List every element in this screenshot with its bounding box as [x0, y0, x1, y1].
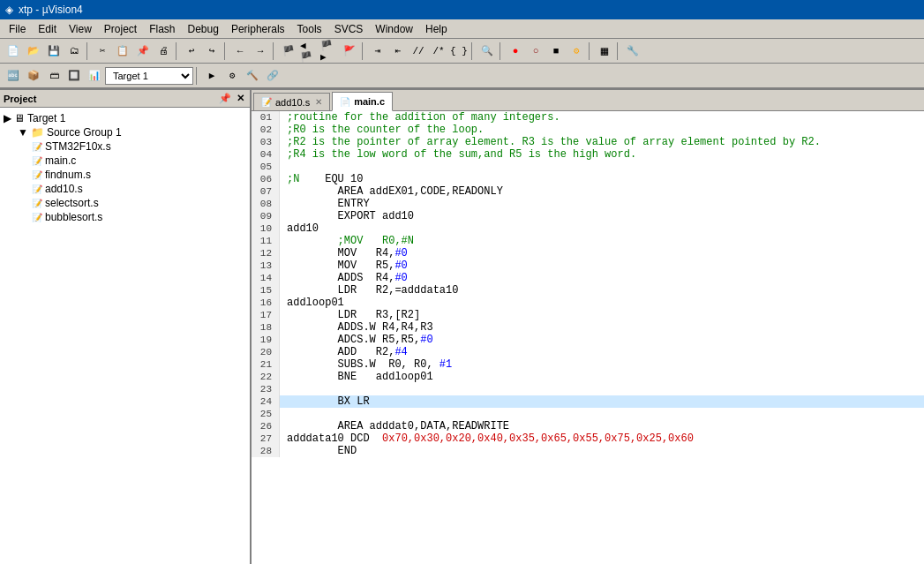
sep4 [273, 42, 276, 60]
run-button[interactable]: ○ [526, 41, 545, 61]
tree-item-bubblesort[interactable]: 📝 bubblesort.s [4, 210, 246, 224]
nav-back-button[interactable]: ← [230, 41, 250, 61]
target-select[interactable]: Target 1 [105, 67, 193, 85]
file-icon-add10: 📝 [32, 184, 42, 194]
tree-item-add10[interactable]: 📝 add10.s [4, 182, 246, 196]
code-line-04: 04 ;R4 is the low word of the sum,and R5… [252, 148, 924, 161]
tab-add10-close[interactable]: ✕ [315, 97, 322, 107]
nav-fwd-button[interactable]: → [251, 41, 270, 61]
toolbar2-run-btn[interactable]: ▶ [202, 66, 222, 86]
code-line-25: 25 [252, 408, 924, 420]
project-pin-button[interactable]: 📌 [217, 93, 233, 104]
indent-button[interactable]: ⇥ [368, 41, 387, 61]
copy-button[interactable]: 📋 [113, 41, 132, 61]
code-line-23: 23 [252, 383, 924, 395]
tree-item-mainc[interactable]: 📝 main.c [4, 154, 246, 168]
toolbar2-btn2[interactable]: 📦 [24, 66, 43, 86]
menu-bar: File Edit View Project Flash Debug Perip… [0, 19, 924, 39]
code-line-09: 09 EXPORT add10 [252, 210, 924, 222]
selectsort-label: selectsort.s [45, 197, 99, 209]
menu-flash[interactable]: Flash [144, 21, 180, 37]
menu-tools[interactable]: Tools [292, 21, 327, 37]
toolbar2-link-btn[interactable]: 🔗 [263, 66, 282, 86]
window-title: xtp - µVision4 [19, 4, 83, 16]
toolbar2-btn1[interactable]: 🔤 [4, 66, 23, 86]
code-line-06: 06 ;N EQU 10 [252, 173, 924, 185]
menu-help[interactable]: Help [420, 21, 453, 37]
menu-file[interactable]: File [4, 21, 31, 37]
findnum-label: findnum.s [45, 169, 91, 181]
code-button[interactable]: { } [449, 41, 469, 61]
code-line-13: 13 MOV R5,#0 [252, 259, 924, 272]
file-icon-stm32: 📝 [32, 142, 42, 152]
unindent-button[interactable]: ⇤ [388, 41, 408, 61]
menu-project[interactable]: Project [99, 21, 142, 37]
print-button[interactable]: 🖨 [154, 41, 173, 61]
options-button[interactable]: ▦ [595, 41, 614, 61]
debug-button[interactable]: ⚙ [567, 41, 586, 61]
stm32-label: STM32F10x.s [45, 140, 111, 153]
redo-button[interactable]: ↪ [202, 41, 222, 61]
new-file-button[interactable]: 📄 [4, 41, 23, 61]
build-button[interactable]: ● [506, 41, 525, 61]
tree-item-findnum[interactable]: 📝 findnum.s [4, 168, 246, 182]
stop-button[interactable]: ■ [546, 41, 566, 61]
menu-window[interactable]: Window [370, 21, 418, 37]
code-line-08: 08 ENTRY [252, 198, 924, 210]
open-button[interactable]: 📂 [24, 41, 43, 61]
code-line-27: 27 adddata10 DCD 0x70,0x30,0x20,0x40,0x3… [252, 432, 924, 445]
prev-bookmark-button[interactable]: ◀🏴 [299, 41, 319, 61]
code-line-11: 11 ;MOV R0,#N [252, 235, 924, 247]
clear-bookmark-button[interactable]: 🚩 [340, 41, 359, 61]
file-icon-findnum: 📝 [32, 170, 42, 180]
save-all-button[interactable]: 🗂 [64, 41, 84, 61]
menu-svcs[interactable]: SVCS [329, 21, 369, 37]
tab-add10-label: add10.s [275, 97, 310, 108]
tabs-bar: 📝 add10.s ✕ 📄 main.c [252, 90, 924, 111]
bookmark-button[interactable]: 🏴 [279, 41, 298, 61]
tree-item-srcgrp1[interactable]: ▼ 📁 Source Group 1 [4, 125, 246, 139]
menu-edit[interactable]: Edit [33, 21, 62, 37]
target1-label: Target 1 [27, 112, 65, 124]
toolbar2-stop-btn[interactable]: ⚙ [222, 66, 242, 86]
code-line-26: 26 AREA adddat0,DATA,READWRITE [252, 420, 924, 432]
tab-add10[interactable]: 📝 add10.s ✕ [253, 93, 330, 110]
tree-item-selectsort[interactable]: 📝 selectsort.s [4, 196, 246, 210]
toolbar2-btn5[interactable]: 📊 [85, 66, 104, 86]
app-icon: ◈ [5, 4, 13, 16]
title-bar: ◈ xtp - µVision4 [0, 0, 924, 19]
code-line-20: 20 ADD R2,#4 [252, 346, 924, 358]
save-button[interactable]: 💾 [44, 41, 64, 61]
project-close-button[interactable]: ✕ [235, 93, 246, 104]
code-line-07: 07 AREA addEX01,CODE,READONLY [252, 185, 924, 198]
tree-item-target1[interactable]: ▶ 🖥 Target 1 [4, 111, 246, 125]
tab-mainc[interactable]: 📄 main.c [332, 92, 393, 111]
folder-icon-srcgrp1: 📁 [31, 126, 44, 139]
undo-button[interactable]: ↩ [182, 41, 201, 61]
cut-button[interactable]: ✂ [93, 41, 112, 61]
toolbar2-btn3[interactable]: 🗃 [44, 66, 64, 86]
srcgrp1-label: Source Group 1 [47, 126, 122, 139]
expand-icon-target1: ▶ [4, 112, 11, 124]
menu-debug[interactable]: Debug [183, 21, 224, 37]
comment-button[interactable]: // [409, 41, 428, 61]
menu-view[interactable]: View [64, 21, 97, 37]
code-line-12: 12 MOV R4,#0 [252, 247, 924, 259]
add10-label: add10.s [45, 183, 83, 195]
toolbar2-build-btn[interactable]: 🔨 [243, 66, 262, 86]
settings-button[interactable]: 🔧 [623, 41, 642, 61]
code-line-19: 19 ADCS.W R5,R5,#0 [252, 334, 924, 346]
uncomment-button[interactable]: /* [429, 41, 448, 61]
menu-peripherals[interactable]: Peripherals [226, 21, 290, 37]
paste-button[interactable]: 📌 [133, 41, 153, 61]
code-line-17: 17 LDR R3,[R2] [252, 309, 924, 321]
tree-item-stm32[interactable]: 📝 STM32F10x.s [4, 139, 246, 154]
project-tree: ▶ 🖥 Target 1 ▼ 📁 Source Group 1 📝 STM32F… [0, 108, 250, 564]
code-content[interactable]: 01 ;routine for the addition of many int… [252, 111, 924, 564]
code-line-02: 02 ;R0 is the counter of the loop. [252, 124, 924, 136]
find-button[interactable]: 🔍 [477, 41, 497, 61]
toolbar2-btn4[interactable]: 🔲 [64, 66, 84, 86]
code-line-21: 21 SUBS.W R0, R0, #1 [252, 358, 924, 371]
bubblesort-label: bubblesort.s [45, 211, 102, 223]
next-bookmark-button[interactable]: 🏴▶ [319, 41, 339, 61]
